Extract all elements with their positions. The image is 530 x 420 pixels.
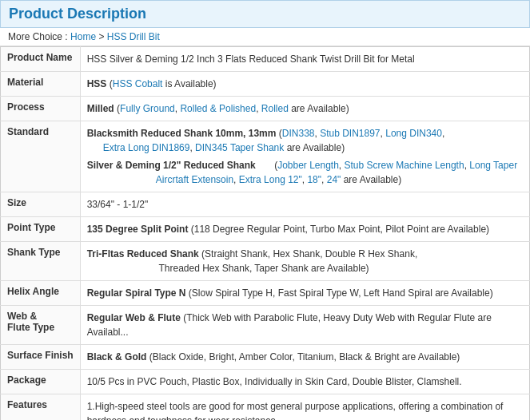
din338-link[interactable]: DIN338: [282, 128, 315, 139]
jobber-length-link[interactable]: Jobber Length: [277, 160, 339, 171]
table-row: Material HSS (HSS Cobalt is Available): [1, 72, 530, 97]
value-package: 10/5 Pcs in PVC Pouch, Plastic Box, Indi…: [80, 370, 529, 394]
24-link[interactable]: 24": [327, 174, 341, 185]
table-row: Point Type 135 Degree Split Point (118 D…: [1, 217, 530, 242]
label-helix-angle: Helix Angle: [1, 281, 81, 306]
stub-screw-link[interactable]: Stub Screw Machine Length: [345, 160, 464, 171]
value-web-flute: Regular Web & Flute (Thick Web with Para…: [80, 306, 529, 345]
surface-finish-value: Black & Gold: [87, 351, 147, 363]
label-point-type: Point Type: [1, 217, 81, 242]
label-features: Features: [1, 394, 81, 421]
label-standard: Standard: [1, 121, 81, 192]
aircrtaft-ext-link[interactable]: Aircrtaft Extensoin: [156, 174, 233, 185]
hss-cobalt-link[interactable]: HSS Cobalt: [113, 78, 163, 89]
process-value: Milled: [87, 103, 114, 114]
table-row: Product Name HSS Silver & Deming 1/2 Inc…: [1, 47, 530, 72]
breadcrumb-prefix: More Choice :: [8, 31, 68, 42]
fully-ground-link[interactable]: Fully Ground: [120, 103, 175, 114]
breadcrumb-home[interactable]: Home: [70, 31, 96, 42]
label-material: Material: [1, 72, 81, 97]
point-type-extra: (118 Degree Regular Point, Turbo Max Poi…: [191, 224, 489, 235]
value-process: Milled (Fully Ground, Rolled & Polished,…: [80, 97, 529, 121]
table-row: Surface Finish Black & Gold (Black Oxide…: [1, 345, 530, 370]
value-helix-angle: Regular Spiral Type N (Slow Spiral Type …: [80, 281, 529, 306]
standard-line-1: Blacksmith Reduced Shank 10mm, 13mm (DIN…: [87, 126, 523, 155]
shank-type-value: Tri-Fltas Reduced Shank: [87, 248, 199, 260]
label-shank-type: Shank Type: [1, 242, 81, 281]
label-surface-finish: Surface Finish: [1, 345, 81, 370]
value-point-type: 135 Degree Split Point (118 Degree Regul…: [80, 217, 529, 242]
header-title: Product Description: [9, 6, 146, 22]
label-process: Process: [1, 97, 81, 121]
label-web-flute: Web &Flute Type: [1, 306, 81, 345]
long-din340-link[interactable]: Long DIN340: [385, 128, 442, 139]
features-list: 1.High-speed steel tools are good for mo…: [87, 399, 523, 420]
material-value: HSS: [87, 78, 107, 89]
product-table: Product Name HSS Silver & Deming 1/2 Inc…: [0, 46, 530, 420]
feature-text-1: 1.High-speed steel tools are good for mo…: [87, 401, 504, 420]
web-flute-value: Regular Web & Flute: [87, 312, 181, 323]
extra-long-12-link[interactable]: Extra Long 12": [239, 174, 302, 185]
din345-link[interactable]: DIN345 Taper Shank: [195, 142, 284, 153]
process-extra: (Fully Ground, Rolled & Polished, Rolled…: [117, 103, 349, 114]
standard-silver-deming: Silver & Deming 1/2" Reduced Shank: [87, 160, 256, 171]
breadcrumb-category[interactable]: HSS Drill Bit: [107, 31, 160, 42]
package-text: 10/5 Pcs in PVC Pouch, Plastic Box, Indi…: [87, 376, 462, 387]
breadcrumb: More Choice : Home > HSS Drill Bit: [0, 28, 530, 46]
table-row: Web &Flute Type Regular Web & Flute (Thi…: [1, 306, 530, 345]
table-row: Helix Angle Regular Spiral Type N (Slow …: [1, 281, 530, 306]
label-package: Package: [1, 370, 81, 394]
helix-value: Regular Spiral Type N: [87, 287, 186, 299]
helix-extra: (Slow Spiral Type H, Fast Spiral Type W,…: [189, 287, 493, 299]
product-description-header: Product Description: [0, 0, 530, 28]
table-row: Features 1.High-speed steel tools are go…: [1, 394, 530, 421]
value-size: 33/64" - 1-1/2": [80, 192, 529, 217]
table-row: Process Milled (Fully Ground, Rolled & P…: [1, 97, 530, 121]
table-row: Standard Blacksmith Reduced Shank 10mm, …: [1, 121, 530, 192]
value-surface-finish: Black & Gold (Black Oxide, Bright, Amber…: [80, 345, 529, 370]
value-product-name: HSS Silver & Deming 1/2 Inch 3 Flats Red…: [80, 47, 529, 72]
table-row: Package 10/5 Pcs in PVC Pouch, Plastic B…: [1, 370, 530, 394]
long-taper-link[interactable]: Long Taper: [469, 160, 517, 171]
extra-long-din1869-link[interactable]: Extra Long DIN1869: [103, 142, 190, 153]
stub-din1897-link[interactable]: Stub DIN1897: [320, 128, 380, 139]
table-row: Shank Type Tri-Fltas Reduced Shank (Stra…: [1, 242, 530, 281]
breadcrumb-separator: >: [98, 31, 104, 42]
table-row: Size 33/64" - 1-1/2": [1, 192, 530, 217]
material-extra: (HSS Cobalt is Available): [110, 78, 217, 89]
label-size: Size: [1, 192, 81, 217]
standard-line-2: Silver & Deming 1/2" Reduced Shank (Jobb…: [87, 158, 523, 187]
size-text: 33/64" - 1-1/2": [87, 199, 149, 210]
18-link[interactable]: 18": [307, 174, 321, 185]
rolled-polished-link[interactable]: Rolled & Polished: [180, 103, 256, 114]
label-product-name: Product Name: [1, 47, 81, 72]
rolled-link[interactable]: Rolled: [261, 103, 289, 114]
value-shank-type: Tri-Fltas Reduced Shank (Straight Shank,…: [80, 242, 529, 281]
feature-item-1: 1.High-speed steel tools are good for mo…: [87, 399, 523, 420]
product-name-text: HSS Silver & Deming 1/2 Inch 3 Flats Red…: [87, 53, 415, 65]
point-type-value: 135 Degree Split Point: [87, 224, 189, 235]
standard-blacksmith: Blacksmith Reduced Shank 10mm, 13mm: [87, 128, 277, 139]
value-features: 1.High-speed steel tools are good for mo…: [80, 394, 529, 421]
value-standard: Blacksmith Reduced Shank 10mm, 13mm (DIN…: [80, 121, 529, 192]
surface-finish-extra: (Black Oxide, Bright, Amber Color, Titan…: [149, 351, 460, 363]
value-material: HSS (HSS Cobalt is Available): [80, 72, 529, 97]
